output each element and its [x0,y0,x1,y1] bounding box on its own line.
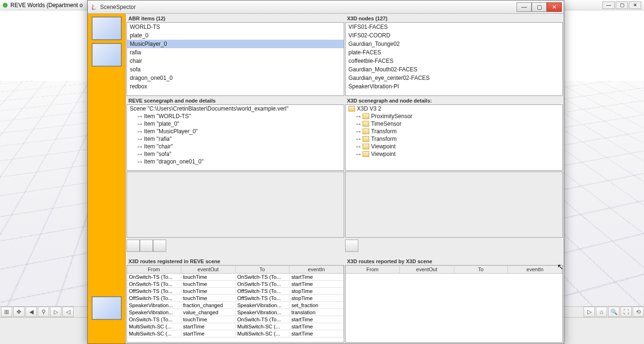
bg-toolbar-button[interactable]: ⚲ [38,307,49,317]
reve-tree-root[interactable]: Scene "C:\Users\CretinBlaster\Documents\… [127,105,344,112]
bg-close-button[interactable]: ✕ [629,1,641,9]
abr-item[interactable]: WORLD-TS [127,23,344,31]
bg-toolbar-button[interactable]: ◁ [62,307,74,317]
x3d-tree-item[interactable]: ⊶Viewpoint [346,150,562,158]
x3d-tree-item[interactable]: ⊶TimeSensor [346,120,562,128]
x3d-tree[interactable]: X3D V3 2⊶ProximitySensor⊶TimeSensor⊶Tran… [345,104,563,171]
x3d-node-item[interactable]: VIFS02-COORD [346,31,562,40]
bg-toolbar-button[interactable]: ⛶ [620,307,632,317]
bg-toolbar-button[interactable]: ⟲ [633,307,644,317]
table-header[interactable]: eventOut [181,266,236,273]
x3d-nodes-listbox[interactable]: VIFS01-FACESVIFS02-COORDGaurdian_Tounge0… [345,22,563,96]
table-cell: OffSwitch-TS (To... [127,295,181,301]
maximize-button[interactable]: ▢ [532,2,547,12]
table-row[interactable]: OnSwitch-TS (To...touchTimeOnSwitch-TS (… [127,274,344,281]
x3d-tree-item[interactable]: ⊶ProximitySensor [346,112,562,120]
table-cell: touchTime [181,295,236,301]
x3d-node-item[interactable]: Gaurdian_Mouth02-FACES [346,65,562,74]
x3d-btn-1[interactable] [345,240,358,252]
reve-tree-item[interactable]: ⊶Item "plate_0" [127,120,344,128]
routes-right-body[interactable] [346,274,562,342]
bg-toolbar-button[interactable]: ⊞ [1,307,12,317]
table-cell: startTime [181,330,236,337]
abr-item[interactable]: MusicPlayer_0 [127,40,344,48]
thumbnail-3[interactable] [92,296,122,320]
table-row[interactable]: SpeakerVibration...value_changedSpeakerV… [127,309,344,316]
bg-toolbar-button[interactable]: ◀ [25,307,37,317]
abr-item[interactable]: chair [127,57,344,65]
table-cell: stopTime [289,288,344,294]
table-cell: stopTime [289,295,344,301]
table-cell: OnSwitch-TS (To... [127,281,181,287]
table-header[interactable]: To [454,266,508,273]
routes-left-body[interactable]: OnSwitch-TS (To...touchTimeOnSwitch-TS (… [127,274,344,342]
scenespector-titlebar[interactable]: SceneSpector — ▢ ✕ [88,0,564,14]
routes-right-table[interactable]: FromeventOutToeventIn [345,265,563,343]
reve-tree-item[interactable]: ⊶Item "rafia" [127,135,344,143]
table-row[interactable]: MultiSwitch-SC (...startTimeMultiSwitch-… [127,330,344,337]
table-header[interactable]: To [236,266,290,273]
x3d-tree-item[interactable]: ⊶Transform [346,135,562,143]
x3d-node-item[interactable]: coffeetble-FACES [346,57,562,65]
bg-toolbar-button[interactable]: ▷ [584,307,595,317]
table-cell: OnSwitch-TS (To... [236,316,290,323]
table-header[interactable]: eventIn [508,266,562,273]
minimize-button[interactable]: — [517,2,532,12]
reve-tree-item[interactable]: ⊶Item "dragon_one01_0" [127,158,344,165]
reve-tree[interactable]: Scene "C:\Users\CretinBlaster\Documents\… [127,104,344,171]
reve-btn-3[interactable] [153,240,166,252]
table-row[interactable]: OnSwitch-TS (To...touchTimeOnSwitch-TS (… [127,281,344,288]
table-header[interactable]: eventIn [289,266,344,273]
x3d-node-item[interactable]: Gaurdian_Tounge02 [346,40,562,48]
thumbnail-2[interactable] [92,43,122,67]
table-cell: MultiSwitch-SC (... [236,323,290,330]
table-cell: startTime [289,274,344,280]
close-button[interactable]: ✕ [547,2,562,12]
bg-minimize-button[interactable]: — [602,1,615,9]
table-row[interactable]: OffSwitch-TS (To...touchTimeOffSwitch-TS… [127,288,344,295]
x3d-tree-item[interactable]: ⊶Viewpoint [346,143,562,150]
reve-tree-item[interactable]: ⊶Item "sofa" [127,150,344,158]
routes-right-head: FromeventOutToeventIn [346,266,562,274]
table-cell: MultiSwitch-SC (... [236,330,290,337]
x3d-node-item[interactable]: plate-FACES [346,48,562,57]
table-row[interactable]: OnSwitch-TS (To...touchTimeOnSwitch-TS (… [127,316,344,323]
routes-left-table[interactable]: FromeventOutToeventIn OnSwitch-TS (To...… [127,265,344,343]
abr-item[interactable]: redbox [127,82,344,91]
table-header[interactable]: From [127,266,181,273]
bg-toolbar-button[interactable]: ✥ [13,307,25,317]
x3d-nodes-label: X3D nodes (127) [345,15,563,22]
reve-button-row [127,240,344,252]
reve-tree-item[interactable]: ⊶Item "WORLD-TS" [127,112,344,120]
abr-item[interactable]: sofa [127,65,344,74]
table-row[interactable]: SpeakerVibration...fraction_changedSpeak… [127,302,344,309]
table-cell: OnSwitch-TS (To... [236,281,290,287]
table-header[interactable]: eventOut [400,266,454,273]
x3d-tree-root[interactable]: X3D V3 2 [346,105,562,112]
table-header[interactable]: From [346,266,400,273]
reve-tree-item[interactable]: ⊶Item "MusicPlayer_0" [127,128,344,135]
table-row[interactable]: OffSwitch-TS (To...touchTimeOffSwitch-TS… [127,295,344,302]
x3d-node-item[interactable]: VIFS01-FACES [346,23,562,31]
bg-maximize-button[interactable]: ▢ [616,1,628,9]
table-cell: OffSwitch-TS (To... [127,288,181,294]
abr-item[interactable]: plate_0 [127,31,344,40]
abr-listbox[interactable]: WORLD-TSplate_0MusicPlayer_0rafiachairso… [127,22,344,96]
bg-toolbar-button[interactable]: ⌂ [596,307,607,317]
x3d-node-item[interactable]: Gaurdian_eye_center02-FACES [346,74,562,82]
abr-item[interactable]: dragon_one01_0 [127,74,344,82]
reve-btn-1[interactable] [127,240,140,252]
x3d-tree-panel: X3D scenegraph and node details: X3D V3 … [345,97,563,171]
table-row[interactable]: MultiSwitch-SC (...startTimeMultiSwitch-… [127,323,344,330]
thumbnail-1[interactable] [92,17,122,40]
table-cell: SpeakerVibration... [236,302,290,309]
bg-toolbar-button[interactable]: 🔍 [608,307,619,317]
reve-tree-item[interactable]: ⊶Item "chair" [127,143,344,150]
abr-item[interactable]: rafia [127,48,344,57]
table-cell: SpeakerVibration... [127,309,181,316]
x3d-node-item[interactable]: SpeakerVibration-PI [346,82,562,91]
x3d-tree-item[interactable]: ⊶Transform [346,128,562,135]
reve-details-box [127,172,344,238]
reve-btn-2[interactable] [140,240,153,252]
bg-toolbar-button[interactable]: ▷ [50,307,61,317]
